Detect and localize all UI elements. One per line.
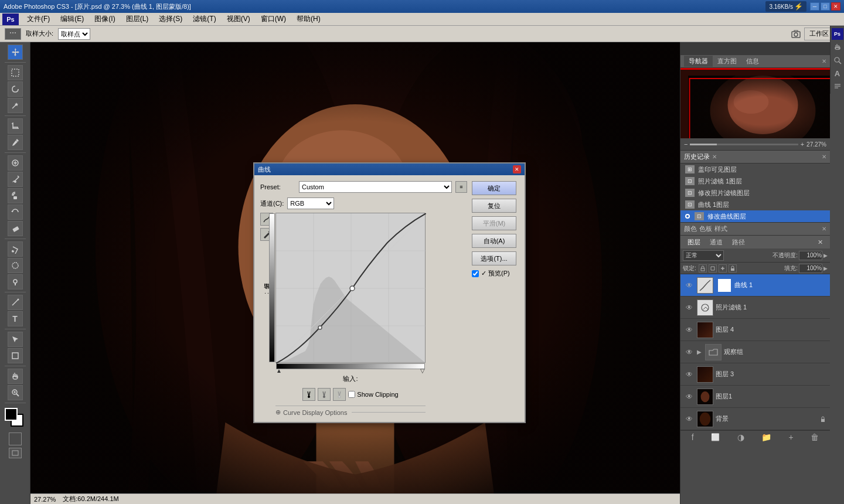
curve-display-options-toggle[interactable]: ⊕ Curve Display Options: [275, 406, 426, 416]
paint-bucket-tool[interactable]: [8, 241, 23, 257]
preset-menu-btn[interactable]: ≡: [455, 181, 467, 193]
layer-photofilter1[interactable]: 👁 照片滤镜 1: [680, 297, 830, 319]
channels-tab[interactable]: 通道: [706, 237, 726, 248]
smooth-btn[interactable]: 平滑(M): [472, 216, 516, 230]
menu-select[interactable]: 选择(S): [154, 13, 187, 25]
layers-tab[interactable]: 图层: [684, 237, 704, 248]
layer-watchgroup[interactable]: 👁 ▶ 观察组: [680, 341, 830, 363]
auto-btn[interactable]: 自动(A): [472, 234, 516, 248]
hand-tool[interactable]: [8, 369, 23, 384]
zoom-tool[interactable]: [8, 385, 23, 400]
lock-transparent-btn[interactable]: [699, 264, 707, 273]
preview-checkbox[interactable]: [472, 270, 479, 277]
lock-all-btn[interactable]: [729, 264, 737, 273]
curves-titlebar[interactable]: 曲线 ✕: [254, 164, 525, 175]
layer-layer3[interactable]: 👁 图层 3: [680, 363, 830, 386]
history-item-2[interactable]: ⊡ 修改照片滤镜图层: [680, 187, 830, 199]
opacity-input[interactable]: [799, 251, 822, 260]
crop-tool[interactable]: [8, 118, 23, 134]
channel-select[interactable]: RGB 红 绿 蓝: [287, 197, 334, 209]
lasso-tool[interactable]: [8, 81, 23, 97]
layer-layer4[interactable]: 👁 图层 4: [680, 319, 830, 341]
menu-window[interactable]: 窗口(W): [256, 13, 291, 25]
menu-file[interactable]: 文件(F): [22, 13, 55, 25]
fill-arrow[interactable]: ▶: [823, 265, 828, 271]
blur-tool[interactable]: [8, 258, 23, 273]
hand-panel-icon[interactable]: [832, 42, 843, 53]
menu-edit[interactable]: 编辑(E): [56, 13, 89, 25]
styles-tab[interactable]: 样式: [714, 224, 727, 233]
layer-curves1[interactable]: 👁 曲线 1: [680, 274, 830, 297]
menu-image[interactable]: 图像(I): [90, 13, 120, 25]
navigator-tab[interactable]: 导航器: [684, 56, 713, 67]
layer-style-btn[interactable]: f: [692, 433, 694, 442]
magic-wand-tool[interactable]: [8, 98, 23, 113]
layer-vis-photofilter1[interactable]: 👁: [684, 302, 695, 313]
brush-tool[interactable]: [8, 172, 23, 187]
eraser-tool[interactable]: [8, 221, 23, 236]
lock-pixels-btn[interactable]: [709, 264, 717, 273]
history-item-0[interactable]: ⊞ 盖印可见图层: [680, 164, 830, 175]
fg-color-swatch[interactable]: [5, 408, 18, 421]
move-tool[interactable]: [8, 45, 23, 60]
curves-close-btn[interactable]: ✕: [513, 165, 521, 173]
marquee-tool[interactable]: [8, 65, 23, 80]
minimize-btn[interactable]: ─: [810, 2, 819, 11]
history-close[interactable]: ✕: [822, 154, 826, 160]
info-tab[interactable]: 信息: [741, 56, 764, 67]
eyedropper-tool[interactable]: [8, 135, 23, 150]
layer-vis-watchgroup[interactable]: 👁: [684, 347, 695, 357]
layer-group-btn[interactable]: 📁: [761, 433, 771, 442]
pen-tool[interactable]: [8, 295, 23, 310]
layer-mask-btn[interactable]: ⬜: [711, 433, 720, 441]
dodge-tool[interactable]: [8, 274, 23, 290]
path-select-tool[interactable]: [8, 332, 23, 347]
colorpanel-close[interactable]: ✕: [822, 226, 826, 232]
sample-size-select[interactable]: 取样点: [58, 28, 90, 40]
color-tab[interactable]: 颜色: [684, 224, 697, 233]
layer-vis-curves1[interactable]: 👁: [684, 280, 695, 291]
clone-stamp-tool[interactable]: [8, 188, 23, 203]
histogram-tab[interactable]: 直方图: [713, 56, 741, 67]
delete-layer-btn[interactable]: 🗑: [811, 433, 819, 442]
paths-tab[interactable]: 路径: [729, 237, 748, 248]
history-item-1[interactable]: ⊡ 照片滤镜 1图层: [680, 175, 830, 187]
type-panel-icon[interactable]: A: [832, 68, 843, 79]
options-btn[interactable]: 选项(T)...: [472, 251, 516, 265]
show-clipping-checkbox[interactable]: [348, 391, 355, 398]
zoom-out-btn[interactable]: −: [684, 141, 688, 148]
menu-help[interactable]: 帮助(H): [292, 13, 325, 25]
input-max-marker[interactable]: ▽: [420, 367, 425, 374]
opacity-arrow[interactable]: ▶: [823, 253, 828, 258]
gray-point-eyedropper[interactable]: [318, 388, 331, 401]
black-point-eyedropper[interactable]: [302, 388, 315, 401]
zoom-in-btn[interactable]: +: [801, 141, 804, 148]
blend-mode-select[interactable]: 正常: [683, 250, 724, 261]
para-panel-icon[interactable]: [832, 81, 843, 91]
layers-panel-close[interactable]: ✕: [814, 237, 826, 247]
history-item-4[interactable]: ⊡ 修改曲线图层: [680, 210, 830, 222]
tool-options-icon[interactable]: [5, 28, 21, 40]
layer-vis-bg[interactable]: 👁: [684, 414, 695, 424]
fill-input[interactable]: [799, 264, 822, 273]
input-min-marker[interactable]: ▲: [276, 367, 282, 374]
standard-mode-btn[interactable]: [9, 433, 22, 445]
new-layer-btn[interactable]: +: [789, 433, 794, 442]
history-brush-tool[interactable]: [8, 205, 23, 220]
maximize-btn[interactable]: □: [821, 2, 830, 11]
swatches-tab[interactable]: 色板: [699, 224, 712, 233]
history-item-3[interactable]: ⊡ 曲线 1图层: [680, 199, 830, 210]
adjustment-layer-btn[interactable]: ◑: [737, 433, 744, 442]
heal-tool[interactable]: [8, 155, 23, 171]
layer-layer1[interactable]: 👁 图层1: [680, 386, 830, 408]
close-btn[interactable]: ✕: [831, 2, 840, 11]
menu-view[interactable]: 视图(V): [222, 13, 255, 25]
menu-layer[interactable]: 图层(L): [121, 13, 154, 25]
ps-panel-icon[interactable]: Ps: [832, 28, 843, 40]
layer-vis-layer1[interactable]: 👁: [684, 391, 695, 402]
reset-btn[interactable]: 复位: [472, 199, 516, 213]
navigator-close[interactable]: ✕: [822, 58, 826, 64]
curves-graph[interactable]: ▲ ▽: [275, 213, 426, 363]
white-point-eyedropper[interactable]: [333, 388, 346, 401]
layer-background[interactable]: 👁 背景: [680, 408, 830, 430]
